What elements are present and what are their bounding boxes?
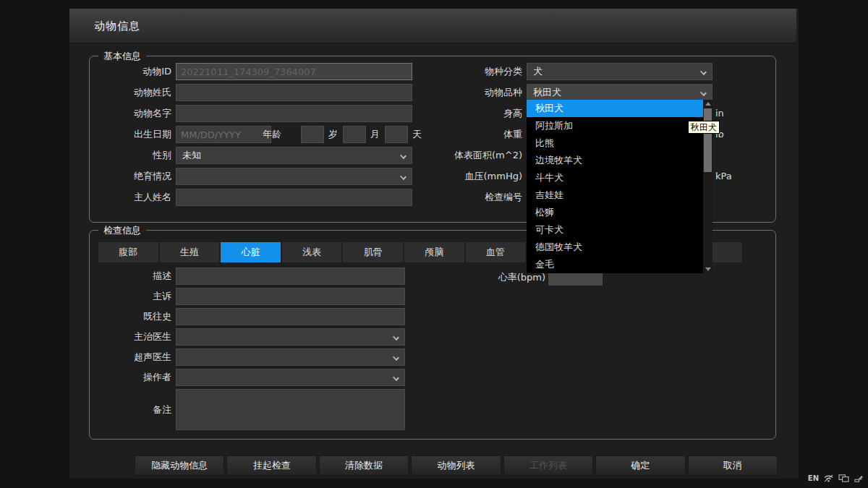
animal-info-dialog: 动物信息 基本信息 动物ID 动物姓氏 动物名字 出生日期 年龄 岁 月 天 性… — [69, 9, 799, 479]
operator-select[interactable] — [176, 369, 405, 386]
animal-surname-label: 动物姓氏 — [92, 84, 171, 101]
attending-doctor-select[interactable] — [176, 328, 405, 346]
bp-unit: kPa — [715, 168, 732, 185]
ok-button[interactable]: 确定 — [595, 455, 685, 476]
age-years-input[interactable] — [301, 126, 324, 143]
tab-cranial[interactable]: 颅脑 — [404, 242, 464, 262]
animal-name-label: 动物名字 — [92, 105, 171, 122]
breed-select[interactable]: 秋田犬 — [527, 84, 712, 101]
age-months-input[interactable] — [343, 126, 366, 143]
scrollbar-thumb[interactable] — [704, 108, 712, 172]
species-select[interactable]: 犬 — [527, 63, 712, 80]
dialog-titlebar: 动物信息 — [69, 9, 796, 43]
age-months-unit: 月 — [370, 126, 380, 143]
breed-option[interactable]: 金毛 — [527, 256, 712, 273]
description-input[interactable] — [176, 267, 405, 285]
clear-data-button[interactable]: 清除数据 — [319, 455, 409, 476]
breed-option[interactable]: 松狮 — [527, 204, 712, 221]
notes-label: 备注 — [92, 401, 171, 419]
chevron-down-icon — [400, 174, 407, 180]
operator-label: 操作者 — [92, 369, 171, 386]
exam-info-legend: 检查信息 — [98, 224, 146, 237]
neuter-label: 绝育情况 — [92, 168, 171, 185]
owner-name-label: 主人姓名 — [92, 189, 171, 206]
breed-option[interactable]: 吉娃娃 — [527, 187, 712, 204]
chevron-down-icon — [700, 90, 707, 96]
breed-tooltip: 秋田犬 — [688, 121, 720, 134]
scroll-up-icon[interactable] — [705, 102, 711, 106]
suspend-exam-button[interactable]: 挂起检查 — [226, 455, 316, 476]
breed-option[interactable]: 可卡犬 — [527, 221, 712, 239]
complaint-input[interactable] — [176, 288, 405, 305]
display-icon — [838, 474, 849, 483]
gender-label: 性别 — [92, 147, 171, 164]
animal-id-label: 动物ID — [92, 63, 171, 80]
basic-info-legend: 基本信息 — [98, 50, 146, 63]
description-label: 描述 — [92, 267, 171, 285]
worklist-button: 工作列表 — [503, 455, 593, 476]
height-unit: in — [715, 105, 724, 122]
dialog-title: 动物信息 — [94, 9, 140, 43]
tab-cardiac[interactable]: 心脏 — [221, 242, 281, 262]
bp-label: 血压(mmHg) — [428, 168, 522, 185]
gender-value: 未知 — [182, 150, 201, 160]
cancel-button[interactable]: 取消 — [688, 455, 778, 476]
language-indicator: EN — [808, 474, 819, 482]
animal-list-button[interactable]: 动物列表 — [411, 455, 501, 476]
breed-value: 秋田犬 — [533, 87, 561, 98]
species-label: 物种分类 — [428, 63, 522, 80]
chevron-down-icon — [400, 153, 407, 159]
breed-option[interactable]: 比熊 — [527, 134, 712, 152]
breed-option[interactable]: 边境牧羊犬 — [527, 152, 712, 169]
chevron-down-icon — [393, 334, 399, 341]
weight-label: 体重 — [428, 126, 522, 143]
complaint-label: 主诉 — [92, 288, 171, 305]
age-years-unit: 岁 — [328, 126, 338, 143]
age-label: 年龄 — [202, 126, 281, 143]
tab-superficial[interactable]: 浅表 — [282, 242, 342, 262]
attending-doctor-label: 主治医生 — [92, 328, 171, 346]
tab-abdomen[interactable]: 腹部 — [98, 242, 158, 262]
history-label: 既往史 — [92, 308, 171, 325]
gender-select[interactable]: 未知 — [176, 147, 412, 164]
system-status-bar: EN — [808, 474, 864, 483]
breed-label: 动物品种 — [428, 84, 522, 101]
usb-icon — [854, 474, 864, 483]
breed-option[interactable]: 斗牛犬 — [527, 169, 712, 187]
scroll-down-icon[interactable] — [705, 267, 711, 271]
height-label: 身高 — [428, 105, 522, 122]
chevron-down-icon — [700, 69, 707, 75]
ultrasound-doctor-select[interactable] — [176, 348, 405, 366]
tab-musculoskeletal[interactable]: 肌骨 — [343, 242, 403, 262]
exam-no-label: 检查编号 — [428, 189, 522, 206]
breed-option-selected[interactable]: 秋田犬 — [527, 100, 703, 117]
bsa-label: 体表面积(m^2) — [428, 147, 522, 164]
age-days-unit: 天 — [412, 126, 422, 143]
hide-animal-info-button[interactable]: 隐藏动物信息 — [135, 455, 224, 476]
animal-surname-input[interactable] — [176, 84, 412, 101]
history-input[interactable] — [176, 308, 405, 325]
animal-name-input[interactable] — [176, 105, 412, 122]
chevron-down-icon — [393, 374, 399, 381]
dob-label: 出生日期 — [92, 126, 171, 143]
neuter-select[interactable] — [176, 168, 412, 185]
animal-id-input[interactable] — [176, 63, 412, 80]
ultrasound-doctor-label: 超声医生 — [92, 348, 171, 366]
chevron-down-icon — [393, 354, 399, 361]
footer-button-bar: 隐藏动物信息 挂起检查 清除数据 动物列表 工作列表 确定 取消 — [135, 455, 778, 476]
wifi-icon — [823, 474, 834, 483]
species-value: 犬 — [533, 66, 542, 77]
breed-option[interactable]: 德国牧羊犬 — [527, 239, 712, 256]
tab-vascular[interactable]: 血管 — [466, 242, 526, 262]
age-days-input[interactable] — [385, 126, 408, 143]
breed-option[interactable]: 阿拉斯加 — [527, 117, 712, 134]
breed-dropdown-popup: 秋田犬 阿拉斯加 比熊 边境牧羊犬 斗牛犬 吉娃娃 松狮 可卡犬 德国牧羊犬 金… — [527, 100, 712, 273]
tab-reproduction[interactable]: 生殖 — [160, 242, 220, 262]
notes-textarea[interactable] — [176, 389, 405, 430]
owner-name-input[interactable] — [176, 189, 412, 206]
